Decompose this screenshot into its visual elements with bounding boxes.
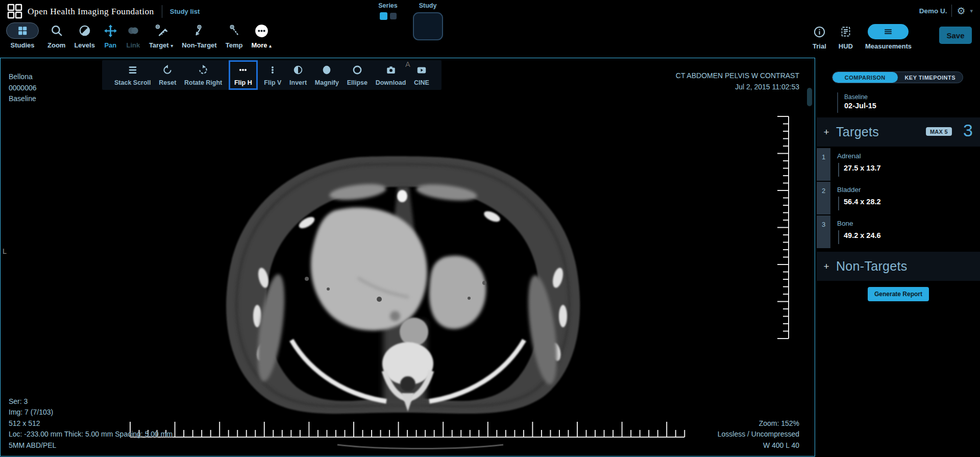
main-toolbar: Studies Zoom Levels Pan (6, 22, 272, 49)
study-thumb[interactable] (413, 12, 443, 40)
timepoint-tabs: COMPARISON KEY TIMEPOINTS (832, 71, 963, 83)
menu-item-magnify[interactable]: Magnify (313, 60, 341, 90)
tool-zoom[interactable]: Zoom (47, 22, 65, 49)
play-icon (416, 64, 427, 76)
series-thumb-active[interactable] (380, 12, 387, 20)
target-label: Bladder (837, 186, 861, 194)
ellipse-icon (352, 64, 363, 76)
add-target-icon[interactable]: + (817, 127, 836, 138)
series-number: Ser: 3 (9, 396, 173, 407)
tool-non-target[interactable]: Non-Target (182, 22, 216, 49)
menu-item-invert[interactable]: Invert (287, 60, 309, 90)
generate-report-button[interactable]: Generate Report (868, 287, 929, 301)
target-number: 2 (817, 182, 830, 214)
tab-comparison[interactable]: COMPARISON (832, 72, 898, 83)
temp-icon (228, 22, 241, 39)
timepoint-label: Baseline (844, 93, 876, 101)
image-number: Img: 7 (7/103) (9, 407, 173, 418)
tool-hud[interactable]: HUD (839, 23, 853, 50)
reset-icon (162, 64, 173, 76)
series-selector: Series (376, 2, 400, 20)
flip-v-icon (267, 64, 278, 76)
measurements-panel: COMPARISON KEY TIMEPOINTS Baseline 02-Ju… (817, 58, 980, 457)
ct-viewport[interactable]: Bellona 0000006 Baseline CT ABDOMEN PELV… (0, 58, 815, 456)
horizontal-ruler (130, 420, 686, 438)
menu-item-download[interactable]: Download (374, 60, 408, 90)
tool-pan[interactable]: Pan (104, 22, 117, 49)
grid-icon (6, 22, 39, 39)
tool-trial[interactable]: Trial (813, 23, 826, 50)
chevron-down-icon[interactable]: ▾ (970, 8, 973, 14)
info-icon (813, 23, 826, 40)
series-description: 5MM ABD/PEL (9, 440, 173, 451)
tool-more[interactable]: More ▴ (251, 22, 272, 49)
timepoint-baseline: Baseline 02-Jul-15 (837, 92, 876, 113)
menu-item-cine[interactable]: CINE (412, 60, 431, 90)
menu-item-rotate-right[interactable]: Rotate Right (182, 60, 224, 90)
non-target-icon (192, 22, 206, 39)
ohif-logo-icon (7, 4, 22, 19)
more-ellipsis-icon (255, 22, 268, 39)
app-title: Open Health Imaging Foundation (28, 6, 154, 17)
measurements-list-icon (868, 24, 909, 39)
caret-down-icon: ▾ (170, 43, 173, 49)
menu-item-reset[interactable]: Reset (157, 60, 178, 90)
menu-item-ellipse[interactable]: Ellipse (345, 60, 370, 90)
timepoint-date: 02-Jul-15 (844, 102, 876, 110)
levels-icon (78, 22, 91, 39)
ohif-viewer-app: { "app": { "title": "Open Health Imaging… (0, 0, 980, 457)
timepoint-name: Baseline (9, 93, 37, 105)
targets-title: Targets (836, 125, 879, 139)
user-name: Demo U. (919, 7, 947, 15)
patient-id: 0000006 (9, 83, 37, 94)
tool-temp[interactable]: Temp (226, 22, 243, 49)
magnify-icon (321, 64, 332, 76)
camera-icon (385, 64, 397, 76)
study-description: CT ABDOMEN PELVIS W CONTRAST (676, 70, 799, 82)
save-button[interactable]: Save (939, 27, 972, 44)
study-selector: Study (412, 2, 443, 40)
menu-item-flip-v[interactable]: Flip V (262, 60, 283, 90)
tool-studies[interactable]: Studies (6, 22, 39, 49)
study-datetime: Jul 2, 2015 11:02:53 (676, 82, 799, 93)
overlay-study-info: CT ABDOMEN PELVIS W CONTRAST Jul 2, 2015… (676, 70, 799, 92)
target-number: 3 (817, 215, 830, 248)
target-measurement: 27.5 x 13.7 (844, 164, 881, 172)
target-row-bone[interactable]: 3 Bone 49.2 x 24.6 (817, 215, 980, 248)
add-non-target-icon[interactable]: + (817, 261, 836, 272)
slice-location: Loc: -233.00 mm Thick: 5.00 mm Spacing: … (9, 429, 173, 440)
overlay-patient-info: Bellona 0000006 Baseline (9, 71, 37, 105)
overlay-series-info: Ser: 3 Img: 7 (7/103) 512 x 512 Loc: -23… (9, 396, 173, 451)
tool-target[interactable]: Target ▾ (149, 22, 173, 49)
more-tools-menu: Stack Scroll Reset Rotate Right Flip H (102, 60, 442, 90)
study-list-link[interactable]: Study list (170, 8, 200, 15)
max-targets-badge: MAX 5 (926, 127, 952, 136)
stack-scrollbar-thumb[interactable] (807, 88, 812, 106)
non-targets-section-header[interactable]: + Non-Targets (817, 252, 980, 281)
zoom-icon (50, 22, 63, 39)
rotate-right-icon (198, 64, 209, 76)
series-thumb[interactable] (390, 13, 397, 19)
menu-item-stack-scroll[interactable]: Stack Scroll (112, 60, 153, 90)
right-toolbar: Trial HUD Measurements Save (813, 23, 972, 50)
stack-scroll-icon (127, 64, 138, 76)
app-header: Open Health Imaging Foundation Study lis… (0, 0, 980, 58)
invert-icon (292, 64, 304, 76)
window-level: W 400 L 40 (718, 440, 799, 451)
tab-key-timepoints[interactable]: KEY TIMEPOINTS (898, 72, 963, 83)
target-row-bladder[interactable]: 2 Bladder 56.4 x 28.2 (817, 182, 980, 214)
tool-measurements[interactable]: Measurements (865, 23, 912, 50)
target-row-adrenal[interactable]: 1 Adrenal 27.5 x 13.7 (817, 148, 980, 181)
image-dimensions: 512 x 512 (9, 418, 173, 429)
tool-levels[interactable]: Levels (74, 22, 94, 49)
brand: Open Health Imaging Foundation Study lis… (7, 4, 200, 19)
link-icon (126, 22, 140, 39)
study-label: Study (412, 2, 443, 9)
patient-name: Bellona (9, 71, 37, 83)
targets-section-header[interactable]: + Targets MAX 5 3 (817, 117, 980, 147)
caret-up-icon: ▴ (269, 43, 272, 49)
gear-icon[interactable]: ⚙ (957, 6, 965, 16)
brand-divider (162, 5, 162, 18)
tool-link[interactable]: Link (126, 22, 140, 49)
menu-item-flip-h[interactable]: Flip H (229, 60, 258, 90)
